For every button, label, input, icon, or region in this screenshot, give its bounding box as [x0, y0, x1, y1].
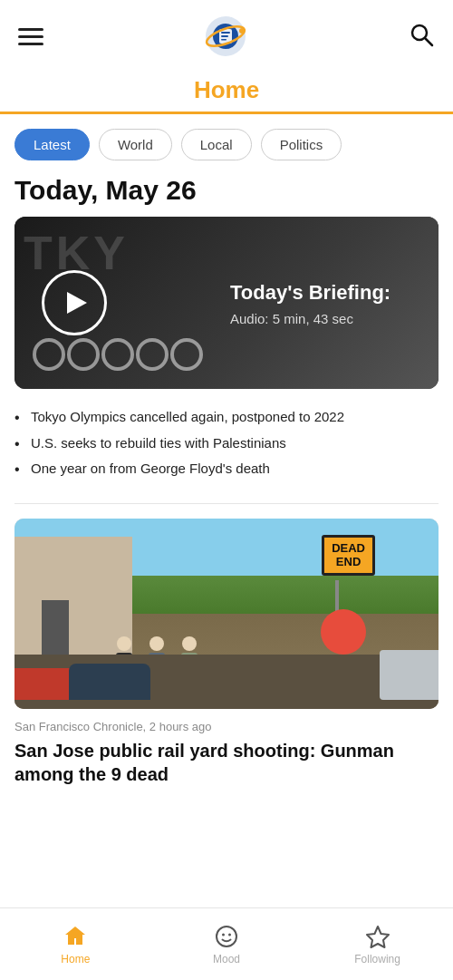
svg-point-12	[228, 933, 231, 936]
search-button[interactable]	[408, 21, 435, 52]
svg-rect-4	[221, 35, 228, 37]
tab-world[interactable]: World	[99, 129, 172, 160]
following-icon	[365, 924, 390, 949]
play-button[interactable]	[42, 270, 107, 335]
page-title: Home	[0, 76, 453, 104]
bullet-3: One year on from George Floyd's death	[14, 459, 439, 480]
bullet-1: Tokyo Olympics cancelled again, postpone…	[14, 407, 439, 428]
road	[14, 655, 439, 709]
briefing-text: Today's Briefing: Audio: 5 min, 43 sec	[230, 280, 420, 326]
van-white	[380, 650, 439, 700]
svg-point-11	[222, 933, 225, 936]
page-title-bar: Home	[0, 69, 453, 114]
bottom-nav: Home Mood Following	[0, 907, 453, 980]
briefing-title: Today's Briefing:	[230, 280, 420, 306]
nav-mood-label: Mood	[213, 953, 240, 965]
nav-mood[interactable]: Mood	[190, 924, 263, 965]
olympic-rings-decoration	[33, 338, 203, 371]
briefing-card[interactable]: TKY Today's Briefing: Audio: 5 min, 43 s…	[14, 217, 439, 389]
date-heading: Today, May 26	[0, 171, 453, 217]
nav-home-label: Home	[61, 953, 90, 965]
section-divider	[14, 503, 439, 504]
svg-point-8	[412, 25, 427, 40]
briefing-bullets: Tokyo Olympics cancelled again, postpone…	[0, 407, 453, 503]
svg-marker-13	[367, 927, 389, 947]
news-scene: DEAD END	[14, 519, 439, 709]
mood-icon	[214, 924, 239, 949]
news-source: San Francisco Chronicle, 2 hours ago	[14, 720, 439, 733]
app-logo	[204, 15, 247, 58]
svg-rect-3	[221, 32, 230, 34]
news-card[interactable]: DEAD END	[0, 519, 453, 804]
nav-following-label: Following	[354, 953, 400, 965]
car-dark	[69, 664, 150, 700]
app-header	[0, 0, 453, 69]
news-headline: San Jose public rail yard shooting: Gunm…	[14, 739, 439, 786]
tree-top	[321, 609, 366, 655]
nav-following[interactable]: Following	[342, 924, 414, 965]
dead-end-sign: DEAD END	[322, 535, 375, 576]
svg-point-10	[217, 927, 236, 946]
tab-politics[interactable]: Politics	[261, 129, 342, 160]
svg-point-7	[239, 28, 245, 34]
menu-button[interactable]	[18, 28, 43, 45]
bullet-2: U.S. seeks to rebuild ties with Palestin…	[14, 433, 439, 454]
svg-line-9	[426, 39, 433, 46]
svg-rect-5	[221, 39, 226, 41]
filter-tabs: Latest World Local Politics	[0, 114, 453, 171]
tab-local[interactable]: Local	[181, 129, 252, 160]
nav-home[interactable]: Home	[39, 924, 111, 965]
door	[42, 600, 69, 655]
tab-latest[interactable]: Latest	[14, 129, 90, 160]
briefing-subtitle: Audio: 5 min, 43 sec	[230, 310, 420, 325]
home-icon	[63, 924, 88, 949]
news-image: DEAD END	[14, 519, 439, 709]
